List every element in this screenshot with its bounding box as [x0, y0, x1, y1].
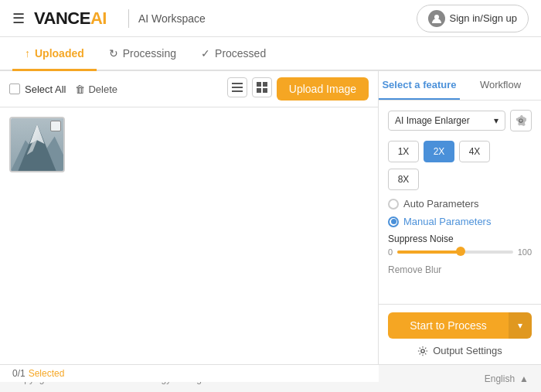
- scale-8x-button[interactable]: 8X: [388, 169, 419, 190]
- suppress-noise-slider[interactable]: [397, 251, 513, 254]
- delete-label: Delete: [88, 84, 117, 95]
- language-selector[interactable]: English ▲: [485, 373, 529, 384]
- toolbar: Select All 🗑 Delete Upload Image: [0, 71, 378, 107]
- grid-view-button[interactable]: [252, 77, 272, 97]
- delete-button[interactable]: 🗑 Delete: [75, 84, 117, 95]
- scale-2x-button[interactable]: 2X: [424, 141, 454, 162]
- svg-rect-2: [232, 87, 243, 88]
- start-process-button[interactable]: Start to Process: [388, 312, 509, 339]
- logo-ai: AI: [90, 9, 107, 28]
- chevron-up-icon: ▲: [519, 373, 529, 384]
- language-label: English: [485, 373, 515, 384]
- scale-buttons: 1X 2X 4X: [388, 141, 532, 162]
- processing-tab-icon: ↻: [109, 47, 118, 60]
- svg-rect-7: [263, 88, 267, 93]
- select-all-text: Select All: [25, 84, 66, 95]
- tab-select-feature[interactable]: Select a feature: [379, 71, 460, 100]
- select-all-checkbox[interactable]: [9, 84, 20, 94]
- tab-uploaded-label: Uploaded: [35, 47, 84, 60]
- image-item[interactable]: [9, 117, 65, 172]
- auto-params-radio-circle: [388, 199, 399, 210]
- tab-processing[interactable]: ↻ Processing: [97, 37, 189, 71]
- image-item-checkbox[interactable]: [50, 121, 61, 131]
- upload-tab-icon: ↑: [25, 47, 30, 60]
- processed-tab-icon: ✓: [201, 47, 210, 60]
- tab-processed[interactable]: ✓ Processed: [189, 37, 278, 71]
- select-all-label[interactable]: Select All: [9, 84, 66, 95]
- params-section: Auto Parameters Manual Parameters Suppre…: [388, 198, 532, 275]
- settings-icon: [417, 346, 428, 356]
- process-dropdown-button[interactable]: ▾: [509, 312, 532, 339]
- scale-buttons-row2: 8X: [388, 169, 532, 190]
- list-view-button[interactable]: [227, 77, 247, 97]
- header-right: Sign in/Sign up: [417, 5, 529, 32]
- output-settings-label: Output Settings: [433, 345, 502, 356]
- output-settings-row[interactable]: Output Settings: [388, 345, 532, 356]
- radio-selected-dot: [391, 219, 396, 224]
- header: ☰ VANCEAI AI Workspace Sign in/Sign up: [0, 0, 541, 37]
- right-tabs: Select a feature Workflow: [379, 71, 541, 101]
- left-panel: Select All 🗑 Delete Upload Image: [0, 71, 379, 364]
- scale-1x-button[interactable]: 1X: [388, 141, 419, 162]
- feature-dropdown-arrow: ▾: [494, 115, 498, 126]
- selection-count: 0/1: [12, 368, 26, 379]
- feature-selector-row: AI Image Enlarger ▾: [388, 110, 532, 131]
- right-bottom: Start to Process ▾ Output Settings: [379, 304, 541, 364]
- manual-params-radio-circle: [388, 216, 399, 227]
- svg-rect-5: [263, 82, 267, 87]
- auto-params-label: Auto Parameters: [403, 198, 479, 210]
- chevron-down-icon: ▾: [518, 320, 522, 331]
- signin-label: Sign in/Sign up: [450, 12, 517, 24]
- tab-workflow-label: Workflow: [480, 79, 521, 90]
- selected-label: Selected: [29, 368, 65, 379]
- tab-processed-label: Processed: [215, 47, 266, 60]
- right-content: AI Image Enlarger ▾ 1X 2X 4X 8X: [379, 101, 541, 304]
- menu-icon[interactable]: ☰: [12, 10, 25, 27]
- workspace-label: AI Workspace: [138, 12, 206, 25]
- svg-point-13: [421, 349, 424, 352]
- tab-feature-label: Select a feature: [382, 79, 456, 90]
- svg-rect-1: [232, 83, 243, 84]
- remove-blur-label: Remove Blur: [388, 264, 532, 275]
- slider-thumb[interactable]: [456, 247, 465, 256]
- tab-uploaded[interactable]: ↑ Uploaded: [12, 37, 97, 71]
- manual-params-label: Manual Parameters: [403, 216, 491, 227]
- status-bar: 0/1 Selected: [0, 364, 379, 382]
- tab-processing-label: Processing: [123, 47, 176, 60]
- slider-fill: [397, 251, 461, 254]
- signin-button[interactable]: Sign in/Sign up: [417, 5, 529, 32]
- slider-max: 100: [518, 247, 532, 257]
- tabs-bar: ↑ Uploaded ↻ Processing ✓ Processed: [0, 37, 541, 71]
- image-grid: [0, 107, 378, 364]
- trash-icon: 🗑: [75, 84, 85, 95]
- suppress-noise-slider-row: 0 100: [388, 247, 532, 257]
- scale-4x-button[interactable]: 4X: [459, 141, 490, 162]
- gear-button[interactable]: [510, 110, 532, 131]
- status-footer-area: Copyright © 2022 VanceAI Technology. All…: [0, 364, 541, 392]
- manual-params-radio[interactable]: Manual Parameters: [388, 216, 532, 227]
- logo: VANCEAI: [34, 9, 107, 29]
- tab-workflow[interactable]: Workflow: [460, 71, 541, 100]
- slider-min: 0: [388, 247, 393, 257]
- logo-text: VANCEAI: [34, 9, 107, 29]
- logo-divider: [128, 9, 129, 28]
- right-panel: Select a feature Workflow AI Image Enlar…: [379, 71, 541, 364]
- feature-dropdown[interactable]: AI Image Enlarger ▾: [388, 111, 505, 131]
- svg-rect-4: [257, 82, 261, 87]
- avatar-icon: [428, 10, 445, 27]
- feature-name: AI Image Enlarger: [395, 115, 470, 126]
- suppress-noise-label: Suppress Noise: [388, 233, 532, 244]
- auto-params-radio[interactable]: Auto Parameters: [388, 198, 532, 210]
- toolbar-right: Upload Image: [227, 77, 369, 101]
- upload-image-button[interactable]: Upload Image: [277, 77, 369, 101]
- process-row: Start to Process ▾: [388, 312, 532, 339]
- svg-rect-3: [232, 90, 243, 92]
- main-area: Select All 🗑 Delete Upload Image: [0, 71, 541, 364]
- svg-rect-6: [257, 88, 261, 93]
